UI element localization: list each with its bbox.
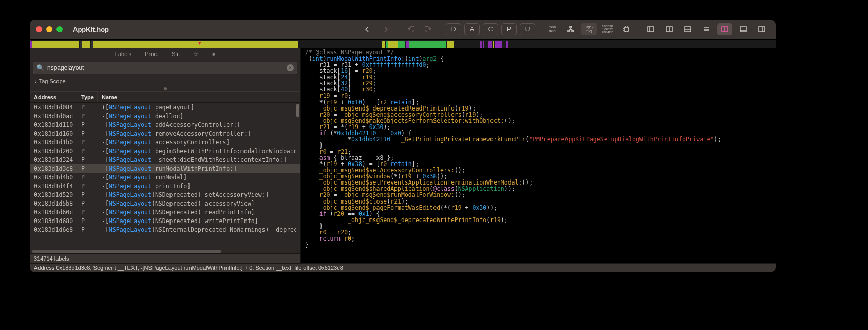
cell-name: -[NSPageLayout(NSDeprecated) accessoryVi… [102, 200, 296, 207]
status-bar: Address 0x183d1d3c8, Segment __TEXT, -[N… [30, 263, 776, 272]
table-row[interactable]: 0x183d1d4b0P-[NSPageLayout runModal] [30, 173, 300, 181]
panel-split-button[interactable] [662, 23, 677, 35]
cell-type: P [81, 209, 102, 216]
svg-rect-4 [648, 27, 654, 32]
search-field[interactable]: 🔍 ✕ [33, 62, 297, 74]
svg-rect-3 [624, 27, 628, 31]
cell-type: P [81, 182, 102, 190]
nav-forward-button [378, 23, 393, 35]
cell-address: 0x183d1d110 [34, 121, 81, 129]
tag-icon[interactable]: ● [210, 50, 217, 58]
panel-highlight-button[interactable] [717, 23, 732, 35]
cell-type: P [81, 104, 102, 111]
cfg-view-button[interactable] [563, 23, 578, 35]
cell-name: -[NSPageLayout _sheet:didEndWithResult:c… [102, 156, 296, 163]
col-name[interactable]: Name [98, 92, 300, 102]
table-row[interactable]: 0x183d1d680P-[NSPageLayout(NSDeprecated)… [30, 216, 300, 225]
zoom-icon[interactable] [56, 26, 63, 32]
table-row[interactable]: 0x183d1d520P-[NSPageLayout(NSDeprecated)… [30, 190, 300, 199]
cell-type: P [81, 156, 102, 163]
window-controls [36, 26, 63, 32]
panel-debug-button[interactable] [735, 23, 751, 35]
nav-back-button[interactable] [360, 23, 375, 35]
cell-address: 0x183d1d5b8 [34, 200, 81, 207]
col-type[interactable]: Type [77, 92, 98, 102]
table-row[interactable]: 0x183d1d4f4P-[NSPageLayout printInfo] [30, 181, 300, 190]
vertical-scrollbar[interactable] [296, 104, 299, 117]
cell-type: P [81, 191, 102, 198]
code-panel: /* @class NSPageLayout */ -(int)runModal… [301, 48, 776, 263]
cpu-icon[interactable] [618, 23, 634, 35]
table-body: 0x183d1d084P+[NSPageLayout pageLayout]0x… [30, 103, 300, 249]
navigation-bar[interactable]: ▾ [30, 39, 776, 48]
cell-name: -[NSPageLayout(NSDeprecated) writePrintI… [102, 217, 296, 225]
cell-type: P [81, 174, 102, 181]
mode-undef-button[interactable]: U [520, 23, 535, 35]
table-row[interactable]: 0x183d1d60cP-[NSPageLayout(NSDeprecated)… [30, 208, 300, 216]
table-row[interactable]: 0x183d1d0acP-[NSPageLayout dealloc] [30, 112, 300, 120]
tab-proc[interactable]: Proc. [143, 50, 160, 58]
cell-type: P [81, 217, 102, 225]
cell-address: 0x183d1d3c8 [34, 165, 81, 172]
minimize-icon[interactable] [46, 26, 52, 32]
mode-proc-button[interactable]: P [501, 23, 517, 35]
close-icon[interactable] [36, 26, 42, 32]
hex-view-button[interactable]: 100BFE 100572 2B64DB [600, 23, 615, 35]
mode-ascii-button[interactable]: A [464, 23, 480, 35]
panel-list-button[interactable] [699, 23, 714, 35]
cell-name: -[NSPageLayout beginSheetWithPrintInfo:m… [102, 148, 296, 155]
table-row[interactable]: 0x183d1d1b0P-[NSPageLayout accessoryCont… [30, 138, 300, 146]
table-row[interactable]: 0x183d1d084P+[NSPageLayout pageLayout] [30, 103, 300, 112]
clear-search-icon[interactable]: ✕ [287, 64, 294, 71]
sidebar-tabs: Labels Proc. Str. ☆ ● [30, 48, 300, 60]
star-icon[interactable]: ☆ [191, 50, 200, 59]
svg-rect-0 [570, 26, 572, 28]
cell-name: -[NSPageLayout runModal] [102, 174, 296, 181]
panel-left-button[interactable] [643, 23, 658, 35]
chevron-right-icon: › [35, 78, 37, 84]
table-row[interactable]: 0x183d1d160P-[NSPageLayout removeAccesso… [30, 129, 300, 138]
horizontal-scrollbar[interactable] [30, 249, 300, 253]
panel-bottom-button[interactable] [680, 23, 695, 35]
cell-address: 0x183d1d60c [34, 209, 81, 216]
table-row[interactable]: 0x183d1d6e8P-[NSPageLayout(NSInternalDep… [30, 225, 300, 234]
table-row[interactable]: 0x183d1d3c8P-[NSPageLayout runModalWithP… [30, 164, 300, 173]
splitter-handle[interactable] [30, 86, 300, 91]
cell-address: 0x183d1d0ac [34, 113, 81, 120]
cell-name: -[NSPageLayout printInfo] [102, 182, 296, 190]
table-header: Address Type Name [30, 91, 300, 103]
code-view[interactable]: /* @class NSPageLayout */ -(int)runModal… [301, 48, 776, 263]
tab-labels[interactable]: Labels [113, 50, 134, 58]
mode-data-button[interactable]: D [446, 23, 461, 35]
svg-rect-8 [685, 27, 691, 32]
table-row[interactable]: 0x183d1d110P-[NSPageLayout addAccessoryC… [30, 120, 300, 129]
toolbar: D A C P U mov add if(b) f(x) 100BFE 1005… [360, 23, 769, 35]
symbols-table: Address Type Name 0x183d1d084P+[NSPageLa… [30, 91, 300, 253]
svg-rect-2 [572, 30, 574, 32]
cell-name: -[NSPageLayout addAccessoryController:] [102, 121, 296, 129]
search-input[interactable] [47, 64, 284, 71]
cell-name: +[NSPageLayout pageLayout] [102, 104, 296, 111]
cell-type: P [81, 113, 102, 120]
cell-address: 0x183d1d200 [34, 148, 81, 155]
cell-name: -[NSPageLayout(NSDeprecated) setAccessor… [102, 191, 296, 198]
col-address[interactable]: Address [30, 92, 77, 102]
search-icon: 🔍 [36, 64, 44, 71]
table-row[interactable]: 0x183d1d200P-[NSPageLayout beginSheetWit… [30, 146, 300, 155]
cell-address: 0x183d1d4b0 [34, 174, 81, 181]
nav-marker-icon: ▾ [198, 40, 201, 46]
tab-str[interactable]: Str. [169, 50, 182, 58]
pseudo-view-button[interactable]: if(b) f(x) [581, 23, 597, 35]
cell-name: -[NSPageLayout accessoryControllers] [102, 139, 296, 146]
cell-type: P [81, 121, 102, 129]
panel-right-button[interactable] [754, 23, 769, 35]
label-count: 314714 labels [30, 253, 300, 263]
cell-name: -[NSPageLayout removeAccessoryController… [102, 130, 296, 137]
tag-scope-row[interactable]: › Tag Scope [30, 76, 300, 86]
cell-address: 0x183d1d324 [34, 156, 81, 163]
asm-view-button[interactable]: mov add [544, 23, 560, 35]
cell-type: P [81, 139, 102, 146]
mode-code-button[interactable]: C [483, 23, 498, 35]
table-row[interactable]: 0x183d1d5b8P-[NSPageLayout(NSDeprecated)… [30, 199, 300, 208]
table-row[interactable]: 0x183d1d324P-[NSPageLayout _sheet:didEnd… [30, 155, 300, 164]
